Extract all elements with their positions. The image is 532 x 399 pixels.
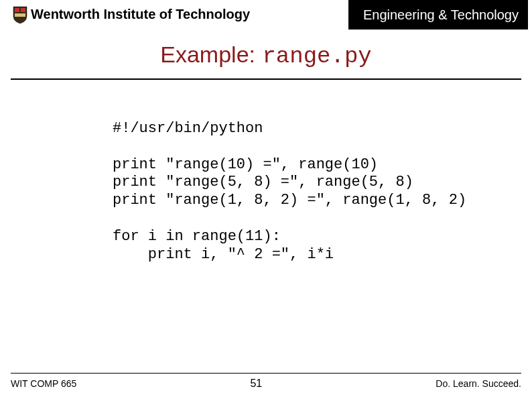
code-line: for i in range(11): (113, 228, 281, 245)
svg-rect-1 (21, 8, 25, 12)
code-line: print i, "^ 2 =", i*i (113, 246, 334, 263)
code-line: print "range(1, 8, 2) =", range(1, 8, 2) (113, 192, 466, 209)
code-line: print "range(5, 8) =", range(5, 8) (113, 174, 413, 190)
footer-row: WIT COMP 665 51 Do. Learn. Succeed. (11, 378, 521, 390)
svg-rect-0 (15, 8, 19, 12)
code-block: #!/usr/bin/python print "range(10) =", r… (113, 120, 532, 264)
code-line: #!/usr/bin/python (113, 120, 263, 137)
crest-icon (12, 5, 28, 24)
course-code: WIT COMP 665 (11, 378, 76, 389)
tagline: Do. Learn. Succeed. (436, 378, 521, 389)
department-box: Engineering & Technology (348, 0, 528, 30)
code-line: print "range(10) =", range(10) (113, 156, 378, 173)
footer-divider (11, 373, 521, 374)
title-filename: range.py (262, 44, 371, 69)
header-bar: Wentworth Institute of Technology Engine… (0, 0, 532, 30)
page-number: 51 (76, 378, 436, 390)
svg-rect-2 (15, 13, 25, 17)
footer: WIT COMP 665 51 Do. Learn. Succeed. (0, 373, 532, 390)
slide-title: Example: range.py (0, 42, 532, 76)
title-divider (11, 78, 521, 80)
institution-name: Wentworth Institute of Technology (31, 7, 250, 22)
slide: Wentworth Institute of Technology Engine… (0, 0, 532, 399)
title-label: Example: (160, 42, 255, 68)
